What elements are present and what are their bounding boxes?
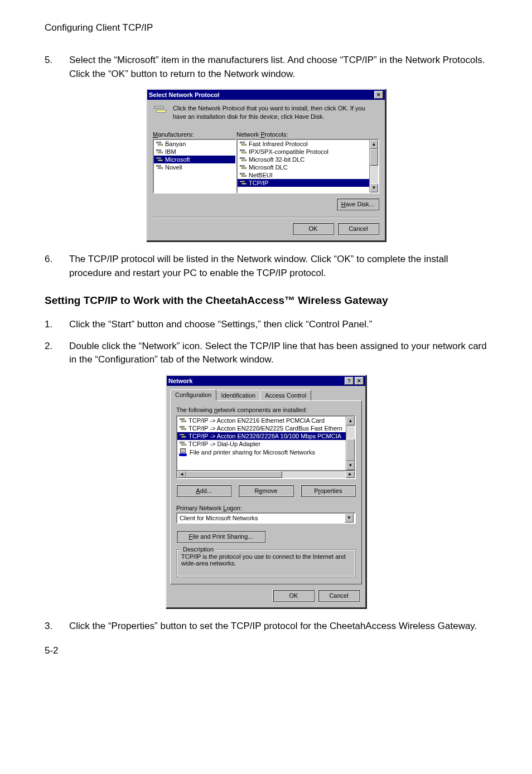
select-network-protocol-dialog: Select Network Protocol ✕ Click the Netw…	[146, 89, 386, 241]
list-item[interactable]: Fast Infrared Protocol	[238, 140, 369, 148]
vertical-scrollbar[interactable]: ▲ ▼	[369, 140, 378, 192]
tab-access-control[interactable]: Access Control	[260, 390, 311, 401]
scroll-thumb[interactable]	[186, 471, 282, 478]
dialog-title: Select Network Protocol	[149, 91, 220, 98]
step-text: Click the “Properties” button to set the…	[69, 620, 487, 633]
page-header: Configuring Client TCP/IP	[45, 22, 487, 33]
list-item[interactable]: Microsoft 32-bit DLC	[238, 156, 369, 163]
step-number: 3.	[45, 620, 69, 633]
step-number: 5.	[45, 54, 69, 81]
list-item[interactable]: TCP/IP -> Accton EN2220/EN2225 CardBus F…	[177, 424, 346, 432]
protocol-icon	[239, 141, 247, 147]
list-item[interactable]: Microsoft	[154, 156, 235, 163]
protocol-icon	[156, 141, 163, 147]
network-dialog: Network ? ✕ Configuration Identification…	[166, 375, 366, 608]
list-item[interactable]: Banyan	[154, 140, 235, 148]
manufacturers-listbox[interactable]: Banyan IBM Microsoft Novell	[153, 139, 236, 194]
scroll-down-icon[interactable]: ▼	[346, 461, 355, 470]
list-item[interactable]: TCP/IP -> Dial-Up Adapter	[177, 440, 346, 448]
help-icon[interactable]: ?	[345, 377, 354, 385]
add-button[interactable]: Add...	[176, 485, 231, 497]
scroll-thumb[interactable]	[370, 149, 378, 166]
scroll-up-icon[interactable]: ▲	[370, 140, 378, 149]
step-text: Double click the “Network” icon. Select …	[69, 340, 487, 367]
dropdown-value: Client for Microsoft Networks	[178, 515, 345, 521]
protocol-icon	[239, 172, 247, 178]
protocol-icon	[239, 165, 247, 170]
description-group: Description TCP/IP is the protocol you u…	[176, 549, 356, 577]
tabs: Configuration Identification Access Cont…	[167, 386, 365, 401]
tab-identification[interactable]: Identification	[216, 390, 260, 401]
scroll-up-icon[interactable]: ▲	[346, 417, 355, 425]
scroll-thumb[interactable]	[346, 439, 355, 461]
close-icon[interactable]: ✕	[374, 91, 383, 99]
scroll-right-icon[interactable]: ►	[346, 471, 355, 478]
step-1: 1. Click the “Start” button and choose “…	[45, 318, 487, 332]
share-icon	[179, 448, 188, 456]
list-item[interactable]: TCP/IP -> Accton EN2328/2228A 10/100 Mbp…	[177, 432, 346, 440]
protocols-label: Network Protocols:	[236, 131, 379, 138]
protocol-icon	[153, 104, 167, 115]
dialog-title: Network	[168, 378, 192, 384]
protocol-icon	[179, 425, 187, 431]
properties-button[interactable]: Properties	[301, 485, 356, 497]
step-number: 1.	[45, 318, 69, 332]
protocol-icon	[156, 157, 163, 162]
protocol-icon	[156, 149, 163, 154]
vertical-scrollbar[interactable]: ▲ ▼	[346, 417, 355, 470]
horizontal-scrollbar[interactable]: ◄ ►	[176, 470, 356, 479]
cancel-button[interactable]: Cancel	[318, 589, 360, 602]
manufacturers-label: Manufacturers:	[153, 131, 236, 138]
step-number: 6.	[45, 253, 69, 280]
scroll-left-icon[interactable]: ◄	[177, 471, 186, 478]
tab-configuration[interactable]: Configuration	[170, 389, 216, 401]
protocol-icon	[239, 149, 247, 154]
step-text: Select the “Microsoft” item in the manuf…	[69, 54, 487, 81]
protocol-icon	[156, 165, 163, 170]
group-title: Description	[181, 546, 215, 553]
list-item[interactable]: TCP/IP	[238, 179, 369, 187]
page-number: 5-2	[45, 645, 487, 656]
protocol-icon	[179, 418, 187, 423]
chevron-down-icon[interactable]: ▼	[345, 514, 354, 523]
primary-logon-dropdown[interactable]: Client for Microsoft Networks ▼	[176, 512, 356, 524]
protocol-icon	[239, 157, 247, 162]
step-5: 5. Select the “Microsoft” item in the ma…	[45, 54, 487, 81]
list-item[interactable]: Microsoft DLC	[238, 163, 369, 171]
protocols-listbox[interactable]: Fast Infrared Protocol IPX/SPX-compatibl…	[236, 139, 379, 194]
cancel-button[interactable]: Cancel	[337, 222, 379, 235]
step-3: 3. Click the “Properties” button to set …	[45, 620, 487, 633]
step-2: 2. Double click the “Network” icon. Sele…	[45, 340, 487, 367]
list-item[interactable]: Novell	[154, 163, 235, 171]
close-icon[interactable]: ✕	[355, 377, 364, 385]
protocol-icon	[239, 180, 247, 186]
step-text: The TCP/IP protocol will be listed in th…	[69, 253, 487, 280]
step-6: 6. The TCP/IP protocol will be listed in…	[45, 253, 487, 280]
step-text: Click the “Start” button and choose “Set…	[69, 318, 487, 332]
scroll-down-icon[interactable]: ▼	[370, 183, 378, 192]
file-print-sharing-button[interactable]: File and Print Sharing...	[176, 530, 265, 543]
step-number: 2.	[45, 340, 69, 367]
remove-button[interactable]: Remove	[238, 485, 293, 497]
have-disk-button[interactable]: Have Disk...	[336, 198, 379, 210]
divider	[153, 217, 379, 218]
components-label: The following network components are ins…	[176, 407, 356, 413]
components-listbox[interactable]: TCP/IP -> Accton EN2216 Ethernet PCMCIA …	[176, 415, 356, 471]
primary-logon-label: Primary Network Logon:	[176, 505, 356, 511]
list-item[interactable]: NetBEUI	[238, 171, 369, 179]
description-text: TCP/IP is the protocol you use to connec…	[181, 553, 351, 567]
list-item[interactable]: IBM	[154, 148, 235, 156]
dialog-intro-text: Click the Network Protocol that you want…	[173, 104, 379, 121]
ok-button[interactable]: OK	[273, 589, 315, 602]
list-item[interactable]: IPX/SPX-compatible Protocol	[238, 148, 369, 156]
dialog-titlebar: Network ? ✕	[167, 376, 365, 386]
list-item[interactable]: TCP/IP -> Accton EN2216 Ethernet PCMCIA …	[177, 417, 346, 424]
section-heading: Setting TCP/IP to Work with the CheetahA…	[45, 293, 487, 308]
list-item[interactable]: File and printer sharing for Microsoft N…	[177, 448, 346, 457]
protocol-icon	[179, 433, 187, 439]
protocol-icon	[179, 441, 187, 447]
dialog-titlebar: Select Network Protocol ✕	[147, 90, 385, 100]
ok-button[interactable]: OK	[292, 222, 334, 235]
